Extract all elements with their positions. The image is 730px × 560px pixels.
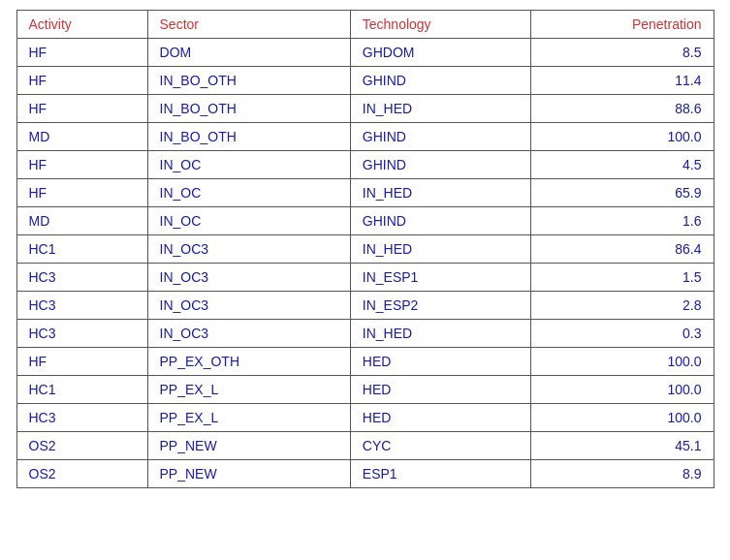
cell-technology: GHIND	[350, 123, 531, 151]
cell-penetration: 45.1	[531, 432, 714, 460]
cell-penetration: 100.0	[531, 348, 714, 376]
cell-technology: ESP1	[350, 460, 531, 488]
header-penetration: Penetration	[531, 11, 714, 39]
cell-activity: HC3	[16, 292, 147, 320]
cell-technology: GHIND	[350, 67, 531, 95]
cell-activity: HC1	[16, 235, 147, 264]
cell-sector: IN_OC3	[147, 235, 350, 264]
cell-sector: IN_OC	[147, 207, 350, 235]
cell-sector: PP_EX_OTH	[147, 348, 350, 376]
table-row: HC3PP_EX_LHED100.0	[16, 404, 714, 432]
table-row: OS2PP_NEWCYC45.1	[16, 432, 714, 460]
cell-penetration: 1.5	[531, 264, 714, 292]
header-row: Activity Sector Technology Penetration	[16, 11, 714, 39]
cell-penetration: 65.9	[531, 179, 714, 207]
header-sector: Sector	[147, 11, 350, 39]
cell-sector: IN_OC	[147, 151, 350, 179]
cell-technology: GHIND	[350, 151, 531, 179]
cell-technology: GHDOM	[350, 39, 531, 67]
cell-activity: HC3	[16, 320, 147, 348]
cell-activity: OS2	[16, 432, 147, 460]
header-activity: Activity	[16, 11, 147, 39]
table-row: OS2PP_NEWESP18.9	[16, 460, 714, 488]
cell-sector: DOM	[147, 39, 350, 67]
cell-penetration: 100.0	[531, 376, 714, 404]
cell-penetration: 88.6	[531, 95, 714, 123]
cell-penetration: 11.4	[531, 67, 714, 95]
cell-sector: IN_OC3	[147, 264, 350, 292]
cell-sector: PP_EX_L	[147, 404, 350, 432]
cell-penetration: 4.5	[531, 151, 714, 179]
cell-activity: HC3	[16, 404, 147, 432]
cell-sector: IN_BO_OTH	[147, 95, 350, 123]
cell-sector: PP_NEW	[147, 432, 350, 460]
cell-technology: IN_HED	[350, 320, 531, 348]
table-row: HC3IN_OC3IN_ESP11.5	[16, 264, 714, 292]
cell-technology: CYC	[350, 432, 531, 460]
table-row: HFPP_EX_OTHHED100.0	[16, 348, 714, 376]
cell-technology: IN_HED	[350, 235, 531, 264]
cell-activity: HF	[16, 179, 147, 207]
table-row: HFIN_BO_OTHIN_HED88.6	[16, 95, 714, 123]
cell-penetration: 8.9	[531, 460, 714, 488]
cell-activity: MD	[16, 207, 147, 235]
table-row: HFIN_OCGHIND4.5	[16, 151, 714, 179]
cell-penetration: 100.0	[531, 123, 714, 151]
cell-activity: HC1	[16, 376, 147, 404]
cell-technology: HED	[350, 348, 531, 376]
table-row: HC3IN_OC3IN_HED0.3	[16, 320, 714, 348]
cell-activity: HF	[16, 151, 147, 179]
cell-sector: PP_EX_L	[147, 376, 350, 404]
cell-activity: OS2	[16, 460, 147, 488]
table-row: HFDOMGHDOM8.5	[16, 39, 714, 67]
cell-activity: HF	[16, 39, 147, 67]
cell-sector: IN_OC3	[147, 292, 350, 320]
cell-penetration: 1.6	[531, 207, 714, 235]
table-header: Activity Sector Technology Penetration	[16, 11, 714, 39]
cell-activity: HF	[16, 95, 147, 123]
table-row: HC1PP_EX_LHED100.0	[16, 376, 714, 404]
cell-sector: PP_NEW	[147, 460, 350, 488]
cell-activity: HF	[16, 67, 147, 95]
cell-technology: IN_ESP2	[350, 292, 531, 320]
cell-technology: HED	[350, 404, 531, 432]
data-table: Activity Sector Technology Penetration H…	[16, 10, 714, 488]
table-row: HC3IN_OC3IN_ESP22.8	[16, 292, 714, 320]
cell-activity: MD	[16, 123, 147, 151]
data-table-container: Activity Sector Technology Penetration H…	[16, 10, 714, 488]
cell-technology: IN_HED	[350, 95, 531, 123]
cell-penetration: 0.3	[531, 320, 714, 348]
table-row: MDIN_BO_OTHGHIND100.0	[16, 123, 714, 151]
cell-technology: HED	[350, 376, 531, 404]
cell-sector: IN_BO_OTH	[147, 123, 350, 151]
table-row: HC1IN_OC3IN_HED86.4	[16, 235, 714, 264]
cell-sector: IN_OC	[147, 179, 350, 207]
cell-activity: HC3	[16, 264, 147, 292]
table-row: HFIN_BO_OTHGHIND11.4	[16, 67, 714, 95]
cell-penetration: 86.4	[531, 235, 714, 264]
cell-sector: IN_OC3	[147, 320, 350, 348]
cell-activity: HF	[16, 348, 147, 376]
cell-penetration: 2.8	[531, 292, 714, 320]
cell-penetration: 100.0	[531, 404, 714, 432]
table-body: HFDOMGHDOM8.5HFIN_BO_OTHGHIND11.4HFIN_BO…	[16, 39, 714, 488]
header-technology: Technology	[350, 11, 531, 39]
cell-sector: IN_BO_OTH	[147, 67, 350, 95]
table-row: HFIN_OCIN_HED65.9	[16, 179, 714, 207]
cell-technology: IN_HED	[350, 179, 531, 207]
cell-penetration: 8.5	[531, 39, 714, 67]
cell-technology: GHIND	[350, 207, 531, 235]
cell-technology: IN_ESP1	[350, 264, 531, 292]
table-row: MDIN_OCGHIND1.6	[16, 207, 714, 235]
